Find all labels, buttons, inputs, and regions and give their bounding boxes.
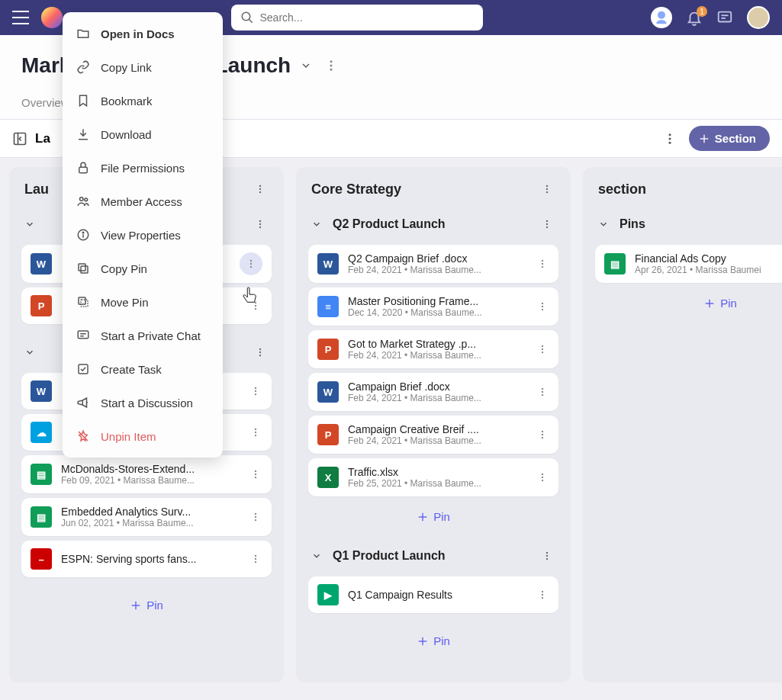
item-menu-button[interactable] (536, 470, 549, 484)
file-card[interactable]: ▶Q1 Campaign Results (308, 576, 558, 613)
item-menu-button[interactable] (249, 384, 262, 398)
group-menu-button[interactable] (539, 216, 555, 233)
chevron-down-icon[interactable] (24, 347, 35, 358)
file-card[interactable]: ▤Financial Ads CopyApr 26, 2021 • Mariss… (595, 245, 782, 283)
menu-item-download[interactable]: Download (63, 117, 223, 151)
page-menu-button[interactable] (321, 56, 341, 75)
file-card[interactable]: ≡Master Positioning Frame...Dec 14, 2020… (308, 287, 558, 326)
svg-point-50 (546, 191, 548, 193)
menu-item-start-a-private-chat[interactable]: Start a Private Chat (63, 319, 223, 352)
menu-item-copy-link[interactable]: Copy Link (63, 50, 223, 84)
file-card[interactable]: XTraffic.xlsxFeb 25, 2021 • Marissa Baum… (308, 458, 558, 496)
menu-item-open-in-docs[interactable]: Open in Docs (63, 17, 223, 50)
item-menu-button[interactable] (536, 300, 549, 313)
item-menu-button[interactable] (249, 552, 262, 566)
collapse-icon[interactable] (12, 131, 27, 146)
svg-line-1 (249, 19, 253, 23)
toolbar-menu-button[interactable] (660, 129, 680, 149)
add-pin-button[interactable]: Pin (15, 589, 278, 621)
group-menu-button[interactable] (252, 216, 269, 233)
search-input[interactable] (260, 11, 474, 24)
svg-point-53 (546, 226, 548, 228)
item-menu-button[interactable] (240, 252, 262, 275)
file-card[interactable]: ▤Embedded Analytics Surv...Jun 02, 2021 … (21, 498, 272, 536)
item-menu-button[interactable] (249, 425, 262, 439)
group-header: Q2 Product Launch (302, 208, 565, 240)
card-text: Campaign Creative Breif ....Feb 24, 2021… (348, 423, 526, 446)
menu-item-create-task[interactable]: Create Task (63, 352, 223, 386)
item-menu-button[interactable] (536, 257, 549, 271)
add-pin-button[interactable]: Pin (302, 501, 565, 532)
card-title: ESPN: Serving sports fans... (61, 553, 240, 565)
svg-point-51 (546, 220, 548, 222)
menu-item-unpin-item[interactable]: Unpin Item (63, 419, 223, 453)
menu-item-bookmark[interactable]: Bookmark (63, 84, 223, 117)
notification-badge: 1 (697, 6, 707, 17)
chevron-down-icon[interactable] (598, 219, 609, 230)
group-header: Pins (589, 208, 782, 240)
user-avatar[interactable] (747, 6, 770, 29)
menu-item-view-properties[interactable]: View Properties (63, 218, 223, 252)
chevron-down-icon[interactable] (24, 219, 35, 230)
card-meta: Feb 09, 2021 • Marissa Baume... (61, 475, 240, 486)
add-pin-button[interactable]: Pin (589, 287, 782, 319)
notification-icon[interactable]: 1 (686, 9, 703, 26)
group-menu-button[interactable] (539, 547, 555, 564)
item-menu-button[interactable] (249, 467, 262, 481)
card-title: Traffic.xlsx (348, 466, 526, 478)
chevron-down-icon[interactable] (311, 551, 322, 561)
svg-point-36 (255, 435, 256, 436)
search-box[interactable] (231, 5, 483, 31)
item-menu-button[interactable] (249, 510, 262, 524)
card-meta: Feb 24, 2021 • Marissa Baume... (348, 265, 526, 275)
menu-item-file-permissions[interactable]: File Permissions (63, 151, 223, 185)
svg-point-20 (259, 223, 261, 225)
sheets-file-icon: ▤ (31, 506, 52, 528)
hamburger-icon[interactable] (12, 11, 29, 24)
chat-icon[interactable] (716, 9, 733, 26)
file-card[interactable]: WQ2 Campaign Brief .docxFeb 24, 2021 • M… (308, 245, 558, 283)
item-menu-button[interactable] (536, 342, 549, 356)
svg-point-37 (255, 470, 256, 472)
menu-item-move-pin[interactable]: Move Pin (63, 285, 223, 319)
card-title: Q2 Campaign Brief .docx (348, 252, 526, 265)
add-section-button[interactable]: Section (689, 126, 770, 151)
chevron-down-icon[interactable] (300, 59, 312, 72)
gdoc-file-icon: ≡ (317, 296, 339, 317)
menu-item-label: Move Pin (101, 296, 149, 309)
menu-item-copy-pin[interactable]: Copy Pin (63, 252, 223, 285)
column-header: section (589, 176, 782, 208)
svg-point-33 (255, 393, 256, 395)
svg-point-62 (542, 352, 543, 353)
group-menu-button[interactable] (252, 344, 269, 361)
column-menu-button[interactable] (539, 181, 555, 197)
svg-point-61 (542, 348, 543, 350)
item-menu-button[interactable] (536, 588, 549, 602)
svg-point-25 (255, 302, 256, 303)
menu-item-start-a-discussion[interactable]: Start a Discussion (63, 386, 223, 419)
file-card[interactable]: ▤McDonalds-Stores-Extend...Feb 09, 2021 … (21, 455, 272, 493)
people-icon (76, 194, 90, 208)
search-icon (240, 11, 254, 24)
item-menu-button[interactable] (536, 428, 549, 442)
column-menu-button[interactable] (252, 181, 269, 197)
file-card[interactable]: PGot to Market Strategy .p...Feb 24, 202… (308, 330, 558, 368)
svg-point-35 (255, 432, 256, 433)
app-logo[interactable] (41, 7, 63, 28)
item-menu-button[interactable] (536, 385, 549, 399)
file-card[interactable]: WCampaign Brief .docxFeb 24, 2021 • Mari… (308, 373, 558, 411)
file-card[interactable]: –ESPN: Serving sports fans... (21, 541, 272, 577)
svg-rect-100 (79, 264, 85, 271)
sf-file-icon: ☁ (31, 422, 52, 443)
file-card[interactable]: PCampaign Creative Breif ....Feb 24, 202… (308, 416, 558, 454)
svg-point-27 (255, 308, 256, 310)
menu-item-label: Bookmark (101, 95, 153, 108)
svg-point-75 (546, 555, 548, 557)
menu-item-member-access[interactable]: Member Access (63, 185, 223, 218)
svg-point-56 (542, 266, 543, 268)
assistant-icon[interactable] (651, 7, 672, 28)
chevron-down-icon[interactable] (311, 219, 322, 230)
add-pin-button[interactable]: Pin (302, 625, 565, 657)
menu-item-label: Copy Link (101, 61, 152, 74)
item-menu-button[interactable] (249, 299, 262, 313)
